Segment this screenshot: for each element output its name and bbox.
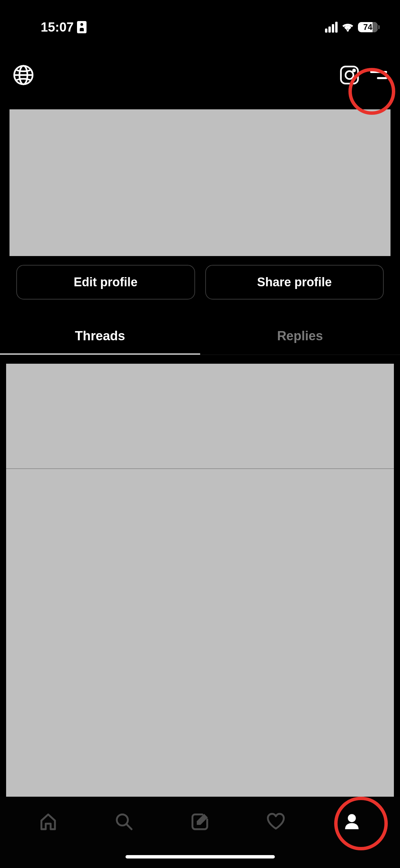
nav-home[interactable] bbox=[35, 808, 62, 835]
content-placeholder-bottom bbox=[6, 469, 394, 843]
content-placeholder-top bbox=[6, 364, 394, 468]
top-nav bbox=[0, 44, 400, 92]
tab-threads[interactable]: Threads bbox=[0, 321, 200, 355]
wifi-icon bbox=[342, 22, 354, 32]
bottom-nav bbox=[0, 797, 400, 868]
status-time: 15:07 bbox=[41, 20, 74, 35]
search-icon bbox=[114, 812, 134, 832]
share-profile-button[interactable]: Share profile bbox=[205, 265, 384, 300]
battery-percent: 74 bbox=[363, 22, 373, 32]
compose-icon bbox=[190, 812, 210, 832]
tab-replies[interactable]: Replies bbox=[200, 321, 400, 355]
annotation-highlight-menu bbox=[348, 68, 395, 115]
content-area bbox=[6, 364, 394, 843]
profile-header-placeholder bbox=[9, 109, 391, 256]
nav-activity[interactable] bbox=[262, 808, 289, 835]
status-bar: 15:07 74 bbox=[0, 0, 400, 44]
home-icon bbox=[38, 812, 58, 832]
id-card-icon bbox=[77, 21, 87, 33]
nav-search[interactable] bbox=[111, 808, 138, 835]
battery-indicator: 74 bbox=[358, 22, 380, 32]
status-right: 74 bbox=[325, 22, 380, 33]
svg-point-0 bbox=[347, 30, 349, 32]
nav-compose[interactable] bbox=[186, 808, 213, 835]
status-left: 15:07 bbox=[41, 20, 87, 35]
edit-profile-button[interactable]: Edit profile bbox=[16, 265, 195, 300]
heart-icon bbox=[266, 812, 286, 832]
svg-point-6 bbox=[353, 70, 355, 72]
globe-icon[interactable] bbox=[13, 65, 34, 86]
profile-tabs: Threads Replies bbox=[0, 321, 400, 355]
svg-line-8 bbox=[127, 824, 132, 829]
profile-actions: Edit profile Share profile bbox=[0, 256, 400, 308]
annotation-highlight-profile bbox=[334, 797, 388, 850]
cellular-signal-icon bbox=[325, 22, 338, 33]
home-indicator bbox=[126, 855, 275, 858]
